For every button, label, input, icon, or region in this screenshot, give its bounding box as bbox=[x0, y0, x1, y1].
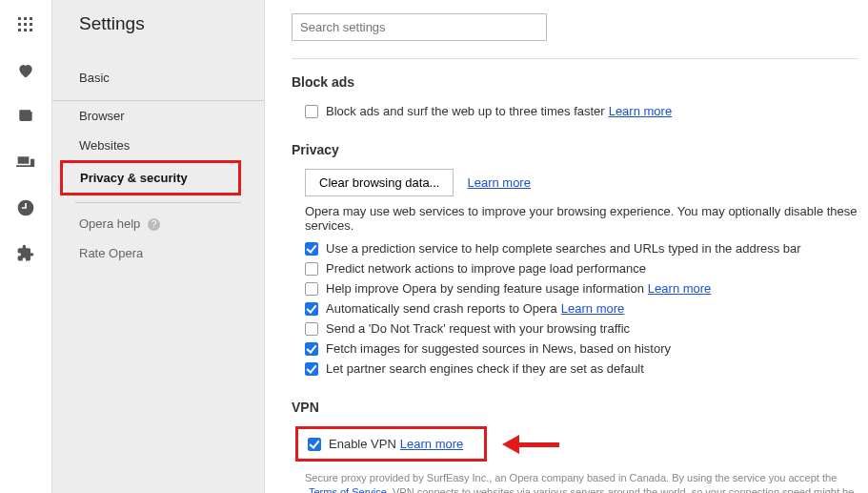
option-label: Help improve Opera by sending feature us… bbox=[326, 281, 644, 296]
learn-more-link[interactable]: Learn more bbox=[467, 175, 530, 190]
option-label: Block ads and surf the web up to three t… bbox=[326, 104, 605, 118]
learn-more-link[interactable]: Learn more bbox=[648, 281, 711, 296]
vpn-fineprint: Secure proxy provided by SurfEasy Inc., … bbox=[292, 462, 858, 493]
option-label: Fetch images for suggested sources in Ne… bbox=[326, 341, 671, 356]
apps-icon[interactable] bbox=[16, 15, 35, 34]
section-title: Block ads bbox=[292, 74, 858, 90]
checkbox-crash-reports[interactable] bbox=[305, 302, 318, 316]
svg-rect-1 bbox=[24, 17, 27, 20]
svg-rect-7 bbox=[24, 29, 27, 31]
checkbox-partner-search[interactable] bbox=[305, 362, 318, 376]
section-vpn: VPN Enable VPN Learn more Secure proxy p… bbox=[292, 400, 858, 493]
checkbox-news-images[interactable] bbox=[305, 342, 318, 356]
option-label: Send a 'Do Not Track' request with your … bbox=[326, 321, 630, 336]
svg-rect-8 bbox=[30, 29, 32, 31]
clear-browsing-data-button[interactable]: Clear browsing data... bbox=[305, 169, 454, 196]
learn-more-link[interactable]: Learn more bbox=[400, 437, 463, 451]
learn-more-link[interactable]: Learn more bbox=[561, 301, 624, 316]
sidebar-item-browser[interactable]: Browser bbox=[52, 101, 264, 131]
svg-rect-2 bbox=[30, 17, 32, 20]
svg-rect-4 bbox=[24, 23, 27, 26]
settings-content: Block ads Block ads and surf the web up … bbox=[265, 0, 868, 493]
option-label: Enable VPN bbox=[329, 437, 396, 451]
sidebar-item-privacy-security[interactable]: Privacy & security bbox=[60, 160, 241, 195]
left-rail bbox=[0, 0, 52, 493]
checkbox-predict-network[interactable] bbox=[305, 262, 318, 276]
option-label: Use a prediction service to help complet… bbox=[326, 241, 801, 256]
history-icon[interactable] bbox=[16, 198, 35, 217]
sidebar-item-label: Opera help bbox=[79, 216, 140, 231]
checkbox-enable-vpn[interactable] bbox=[308, 438, 321, 451]
sidebar-item-opera-help[interactable]: Opera help ? bbox=[52, 209, 264, 238]
section-title: VPN bbox=[292, 400, 858, 415]
option-label: Let partner search engines check if they… bbox=[326, 361, 644, 376]
settings-sidebar: Settings Basic Browser Websites Privacy … bbox=[52, 0, 265, 493]
section-block-ads: Block ads Block ads and surf the web up … bbox=[292, 74, 858, 121]
svg-rect-5 bbox=[30, 23, 32, 26]
checkbox-prediction-service[interactable] bbox=[305, 242, 318, 256]
option-label: Automatically send crash reports to Oper… bbox=[326, 301, 557, 316]
sidebar-item-basic[interactable]: Basic bbox=[52, 63, 264, 92]
svg-rect-6 bbox=[18, 29, 21, 31]
checkbox-do-not-track[interactable] bbox=[305, 322, 318, 336]
svg-rect-3 bbox=[18, 23, 21, 26]
checkbox-block-ads[interactable] bbox=[305, 105, 318, 118]
vpn-enable-highlight: Enable VPN Learn more bbox=[295, 426, 487, 462]
help-icon: ? bbox=[148, 218, 160, 231]
privacy-desc: Opera may use web services to improve yo… bbox=[292, 204, 858, 238]
section-title: Privacy bbox=[292, 142, 858, 157]
heart-icon[interactable] bbox=[16, 61, 35, 80]
extensions-icon[interactable] bbox=[16, 244, 35, 263]
sidebar-item-rate-opera[interactable]: Rate Opera bbox=[52, 238, 264, 268]
page-title: Settings bbox=[79, 13, 264, 34]
search-input[interactable] bbox=[292, 13, 547, 41]
learn-more-link[interactable]: Learn more bbox=[609, 104, 672, 118]
news-icon[interactable] bbox=[16, 107, 35, 126]
devices-icon[interactable] bbox=[16, 153, 35, 172]
terms-of-service-link[interactable]: Terms of Service bbox=[309, 486, 387, 493]
sidebar-item-websites[interactable]: Websites bbox=[52, 131, 264, 160]
checkbox-usage-info[interactable] bbox=[305, 282, 318, 296]
svg-rect-0 bbox=[18, 17, 21, 20]
annotation-arrow bbox=[504, 436, 571, 453]
section-privacy: Privacy Clear browsing data... Learn mor… bbox=[292, 142, 858, 379]
option-label: Predict network actions to improve page … bbox=[326, 261, 646, 276]
